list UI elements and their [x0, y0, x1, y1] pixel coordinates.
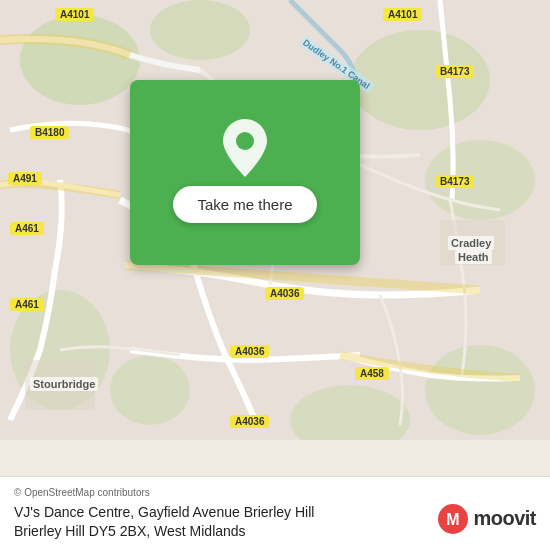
road-label-a461-top: A4101 — [383, 8, 422, 21]
road-label-a4036-3: A4036 — [230, 415, 269, 428]
road-label-b4180: B4180 — [30, 126, 69, 139]
location-pin — [219, 122, 271, 174]
location-panel: Take me there — [130, 80, 360, 265]
road-label-stourbridge: Stourbridge — [30, 377, 98, 391]
svg-point-12 — [236, 132, 254, 150]
svg-point-2 — [150, 0, 250, 60]
road-label-a4101-tl: A4101 — [55, 8, 94, 21]
svg-point-6 — [110, 355, 190, 425]
road-label-a4036-2: A4036 — [230, 345, 269, 358]
road-label-cradley: Cradley — [448, 236, 494, 250]
svg-point-3 — [350, 30, 490, 130]
road-label-a461-br: A461 — [10, 298, 44, 311]
address-text: VJ's Dance Centre, Gayfield Avenue Brier… — [14, 503, 427, 542]
road-label-a461-l: A461 — [10, 222, 44, 235]
svg-text:M: M — [447, 511, 460, 528]
road-label-b4173-2: B4173 — [435, 175, 474, 188]
road-label-a458: A458 — [355, 367, 389, 380]
svg-point-1 — [20, 15, 140, 105]
road-label-a491: A491 — [8, 172, 42, 185]
osm-credit: © OpenStreetMap contributors — [14, 487, 536, 498]
road-label-a4036-1: A4036 — [265, 287, 304, 300]
map-container: A4101 A4101 A461 A491 B4180 A461 A4036 A… — [0, 0, 550, 440]
address-line2: Brierley Hill DY5 2BX, West Midlands — [14, 522, 427, 542]
address-line1: VJ's Dance Centre, Gayfield Avenue Brier… — [14, 503, 427, 523]
info-panel: © OpenStreetMap contributors VJ's Dance … — [0, 476, 550, 550]
map-pin-icon — [219, 117, 271, 179]
moovit-icon: M — [437, 503, 469, 535]
address-row: VJ's Dance Centre, Gayfield Avenue Brier… — [14, 503, 536, 542]
road-label-b4173-1: B4173 — [435, 65, 474, 78]
moovit-logo: M moovit — [437, 503, 536, 535]
moovit-label: moovit — [473, 507, 536, 530]
take-me-there-button[interactable]: Take me there — [173, 186, 316, 223]
road-label-heath: Heath — [455, 250, 492, 264]
svg-point-8 — [425, 345, 535, 435]
